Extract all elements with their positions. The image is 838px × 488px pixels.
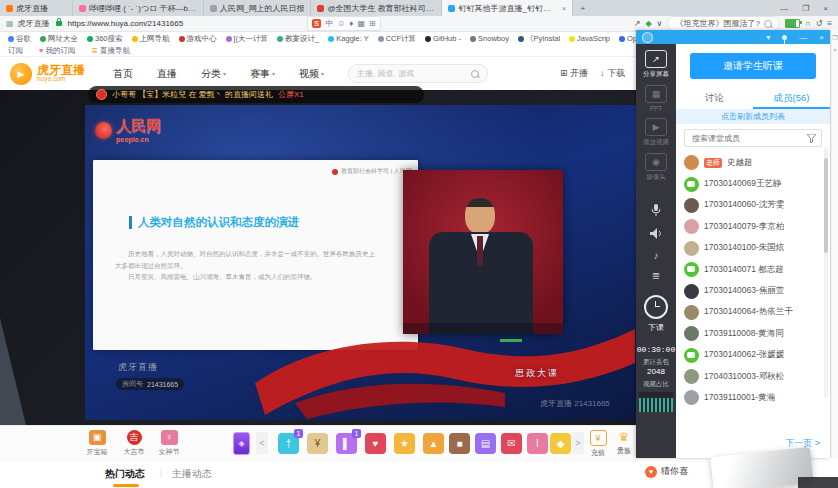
reader-icon[interactable]: ▦ xyxy=(6,19,14,28)
tab-huya[interactable]: 虎牙直播 xyxy=(0,0,73,16)
mug-gift-icon[interactable]: ■ xyxy=(449,433,470,454)
new-tab-button[interactable]: + xyxy=(573,0,592,16)
member-search-input[interactable] xyxy=(690,133,803,144)
bookmark-google[interactable]: 谷歌 xyxy=(8,34,31,44)
refresh-members-bar[interactable]: 点击刷新成员列表 xyxy=(676,109,830,124)
potion-gift-icon[interactable]: ♥ xyxy=(365,433,386,454)
huya-search-box[interactable]: 主播, 频道, 游戏 xyxy=(348,64,488,83)
activity-daji[interactable]: 吉大吉市 xyxy=(117,430,151,457)
cone-gift-icon[interactable]: ▲ xyxy=(423,433,444,454)
extension-icon[interactable]: ◆ xyxy=(645,19,651,28)
tab-people[interactable]: 人民网_网上的人民日报 xyxy=(204,0,311,16)
recharge-button[interactable]: ¥充值 xyxy=(585,430,611,458)
tab-anchor-feed[interactable]: 主播动态 xyxy=(172,467,212,481)
tab-members[interactable]: 成员(56) xyxy=(753,87,830,109)
sword-gift-icon[interactable]: †1 xyxy=(278,433,299,454)
nav-category[interactable]: 分类▾ xyxy=(201,67,226,81)
start-live-button[interactable]: ⊞ 开播 xyxy=(560,67,588,80)
close-icon[interactable]: × xyxy=(823,4,828,13)
member-row[interactable]: 17040310003-邓秋松 xyxy=(676,366,830,387)
member-row[interactable]: 17030140062-张媛媛 xyxy=(676,345,830,366)
goldbox-gift-icon[interactable]: ◆ xyxy=(550,433,571,454)
panel-close-icon[interactable]: × xyxy=(819,33,824,42)
mic-icon[interactable] xyxy=(636,204,676,219)
battery-saver-icon[interactable] xyxy=(785,19,800,28)
member-row[interactable]: 17030140064-热依兰干 xyxy=(676,302,830,323)
member-row[interactable]: 17030140069王艺静 xyxy=(676,173,830,194)
nav-esports[interactable]: 赛事▾ xyxy=(250,67,275,81)
bookmark-pyinstall[interactable]: 《PyInstal xyxy=(518,34,560,44)
member-row[interactable]: 17030140071 都志超 xyxy=(676,259,830,280)
member-search-box[interactable] xyxy=(684,129,822,147)
gift-scroll-right[interactable]: > xyxy=(572,432,584,454)
member-row[interactable]: 17030140063-焦丽萱 xyxy=(676,280,830,301)
record-icon[interactable]: ≣ xyxy=(636,270,676,281)
member-row[interactable]: 17039110001-黄瀚 xyxy=(676,387,830,408)
quick-search-box[interactable]: 《坦克世界》国服活了? xyxy=(667,16,779,31)
ppt-tool[interactable]: ▦PPT xyxy=(636,85,676,112)
filter-funnel-icon[interactable] xyxy=(807,134,816,143)
tab-hot-feed[interactable]: 热门动态 xyxy=(105,467,145,481)
activity-treasure-box[interactable]: ▣开宝箱 xyxy=(80,430,114,457)
bookmark-kaggle[interactable]: Kaggle: Y xyxy=(328,34,368,43)
minimize-icon[interactable]: — xyxy=(780,4,788,13)
bookmark-sites[interactable]: 网址大全 xyxy=(40,34,78,44)
nav-live[interactable]: 直播 xyxy=(157,67,177,81)
member-row[interactable]: 老师史越超 xyxy=(676,152,830,173)
member-row[interactable]: 17030140079-李京柏 xyxy=(676,216,830,237)
video-player[interactable]: 人民网people.cn 教育部社会科学司 | 人民网 人类对自然的认识和态度的… xyxy=(85,105,636,420)
bookmark-gamecenter[interactable]: 游戏中心 xyxy=(179,34,217,44)
tab-dingtalk[interactable]: 钉钉其他手游直播_钉钉视频直播× xyxy=(442,0,573,16)
noble-button[interactable]: ♛贵族 xyxy=(611,430,637,456)
bookmark-nav[interactable]: 上网导航 xyxy=(132,34,170,44)
bookmark-subscribe[interactable]: 订阅 xyxy=(8,46,23,56)
guess-you-like[interactable]: ♥猜你喜 xyxy=(645,465,688,478)
coin-bag-gift-icon[interactable]: ¥ xyxy=(307,433,328,454)
end-class-button[interactable]: 下课 xyxy=(636,295,676,333)
pin-icon[interactable] xyxy=(782,35,787,40)
url-text[interactable]: https://www.huya.com/21431665 xyxy=(68,19,184,28)
panel-minimize-icon[interactable]: — xyxy=(799,33,807,42)
ime-toolbar[interactable]: S 中 ☺ ♦ ▦ ⊞ xyxy=(307,16,381,31)
bookmark-live-nav[interactable]: ≣ 直播导航 xyxy=(92,46,130,56)
bookmark-github[interactable]: GitHub - xyxy=(425,34,461,43)
lightstick-gift-icon[interactable]: ▌1 xyxy=(336,433,357,454)
member-row[interactable]: 17030140100-朱国炫 xyxy=(676,238,830,259)
menu-icon[interactable]: ≡ xyxy=(827,19,832,28)
scrollbar-thumb[interactable] xyxy=(824,158,828,253)
bookmark-360[interactable]: 360搜索 xyxy=(87,34,123,44)
gift-scroll-left[interactable]: < xyxy=(256,432,268,454)
bookmark-snowboy[interactable]: Snowboy xyxy=(470,34,509,43)
extension-caret-icon[interactable]: ∨ xyxy=(657,19,663,28)
bookmark-calc[interactable]: [(大一计算 xyxy=(226,34,269,44)
ticket-gift-icon[interactable]: ▤ xyxy=(475,433,496,454)
nav-home[interactable]: 首页 xyxy=(113,67,133,81)
music-icon[interactable]: ♪ xyxy=(636,250,676,261)
tab-close-icon[interactable]: × xyxy=(562,4,567,13)
chevron-down-icon[interactable]: ▾ xyxy=(766,33,770,42)
member-row[interactable]: 17039110008-黄海同 xyxy=(676,323,830,344)
redpacket-gift-icon[interactable]: ✉ xyxy=(501,433,522,454)
play-video-tool[interactable]: ▶播放视频 xyxy=(636,118,676,147)
huya-logo[interactable]: ▶ 虎牙直播huya.com xyxy=(10,63,85,85)
bookmark-my-subscribe[interactable]: ♥ 我的订阅 xyxy=(39,46,76,56)
undo-icon[interactable]: ↺ xyxy=(816,19,823,28)
speaker-icon[interactable] xyxy=(636,228,676,241)
member-list-scrollbar[interactable] xyxy=(824,148,828,398)
bookmark-ccf[interactable]: CCF计算 xyxy=(378,34,416,44)
share-screen-tool[interactable]: ↗分享屏幕 xyxy=(636,50,676,79)
nav-video[interactable]: 视频▾ xyxy=(299,67,324,81)
download-button[interactable]: ↓ 下载 xyxy=(600,67,625,80)
bookmark-lesson[interactable]: 教案设计_ xyxy=(277,34,319,44)
activity-goddess[interactable]: ♀女神节 xyxy=(152,430,186,457)
tab-bilibili[interactable]: 哔哩哔哩 ( ´- ´)つロ 干杯—bilibili xyxy=(73,0,204,16)
side-panel-icon[interactable]: ❐ xyxy=(831,34,838,41)
tab-students[interactable]: @全国大学生 教育部社科司和人民网 xyxy=(311,0,442,16)
invite-students-button[interactable]: 邀请学生听课 xyxy=(690,53,816,79)
trophy-gift-icon[interactable]: ★ xyxy=(394,433,415,454)
camera-tool[interactable]: ◉摄像头 xyxy=(636,153,676,182)
share-icon[interactable]: ↗ xyxy=(634,19,641,28)
headset-icon[interactable]: ∩ xyxy=(805,19,811,28)
member-row[interactable]: 17030140060-沈芳雯 xyxy=(676,195,830,216)
side-panel-close-icon[interactable]: × xyxy=(831,47,838,53)
